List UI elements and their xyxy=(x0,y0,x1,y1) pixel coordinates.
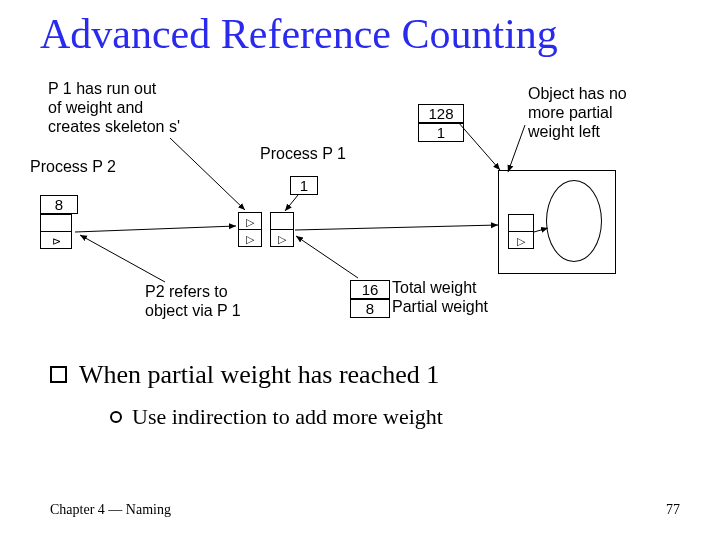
svg-line-4 xyxy=(295,225,498,230)
label-partial-weight: Partial weight xyxy=(392,298,488,317)
svg-line-0 xyxy=(170,138,245,210)
obj-stack-row xyxy=(509,215,533,231)
svg-line-5 xyxy=(75,226,236,232)
svg-line-2 xyxy=(458,122,500,170)
object-oval xyxy=(546,180,602,262)
obj-stack-row: ▷ xyxy=(509,231,533,248)
p1-stack-row: ▷ xyxy=(271,229,293,246)
bullet-sub: Use indirection to add more weight xyxy=(110,404,443,430)
below-partial-8: 8 xyxy=(350,299,390,318)
below-total-16: 16 xyxy=(350,280,390,299)
svg-line-6 xyxy=(80,235,165,282)
total-128: 128 xyxy=(418,104,464,123)
bullet-square-icon xyxy=(50,366,67,383)
partial-1: 1 xyxy=(418,123,464,142)
svg-line-3 xyxy=(285,195,298,211)
p2-stack-row xyxy=(41,215,71,231)
slide-title: Advanced Reference Counting xyxy=(40,10,700,58)
label-total-weight: Total weight xyxy=(392,279,477,298)
label-process-p2: Process P 2 xyxy=(30,158,116,176)
p2-stack-row: ⊳ xyxy=(41,231,71,248)
bullet-main: When partial weight has reached 1 xyxy=(50,360,439,390)
svg-line-1 xyxy=(508,125,525,172)
bullet-circle-icon xyxy=(110,411,122,423)
p1-weight-box: 1 xyxy=(290,176,318,195)
p2-weight-box: 8 xyxy=(40,195,78,214)
annotation-object-no-weight: Object has nomore partialweight left xyxy=(528,85,688,142)
skeleton-row: ▷ xyxy=(239,213,261,229)
svg-line-7 xyxy=(296,236,358,278)
p1-stack-row xyxy=(271,213,293,229)
annotation-p1-runout: P 1 has run outof weight andcreates skel… xyxy=(48,80,216,137)
label-process-p1: Process P 1 xyxy=(260,145,346,163)
footer-chapter: Chapter 4 — Naming xyxy=(50,502,171,518)
skeleton-row: ▷ xyxy=(239,229,261,246)
page-number: 77 xyxy=(666,502,680,518)
annotation-p2-refers: P2 refers toobject via P 1 xyxy=(145,283,295,321)
